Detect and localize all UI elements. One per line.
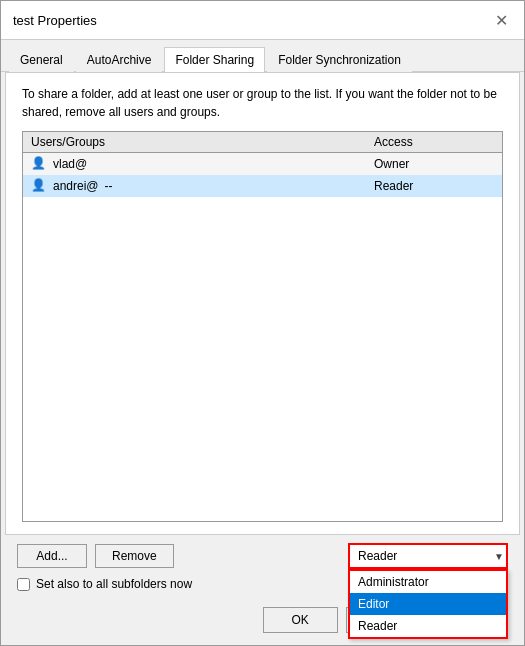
table-header: Users/Groups Access (23, 132, 502, 153)
user-icon: 👤 (31, 178, 47, 194)
main-content: To share a folder, add at least one user… (5, 72, 520, 535)
access-dropdown-wrapper: Reader ▼ Administrator Editor Reader (348, 543, 508, 569)
info-text: To share a folder, add at least one user… (22, 85, 503, 121)
tab-autoarchive[interactable]: AutoArchive (76, 47, 163, 72)
dialog-title: test Properties (13, 13, 97, 28)
add-button[interactable]: Add... (17, 544, 87, 568)
tab-general[interactable]: General (9, 47, 74, 72)
subfolders-checkbox[interactable] (17, 578, 30, 591)
users-table: Users/Groups Access 👤 vlad@ Owner 👤 andr… (22, 131, 503, 522)
title-bar: test Properties ✕ (1, 1, 524, 40)
dialog: test Properties ✕ General AutoArchive Fo… (0, 0, 525, 646)
col-users: Users/Groups (31, 135, 374, 149)
access-dropdown[interactable]: Reader (348, 543, 508, 569)
user-cell: 👤 vlad@ (31, 156, 374, 172)
dropdown-item-editor[interactable]: Editor (350, 593, 506, 615)
tab-strip: General AutoArchive Folder Sharing Folde… (1, 40, 524, 72)
tab-folder-sync[interactable]: Folder Synchronization (267, 47, 412, 72)
table-row[interactable]: 👤 vlad@ Owner (23, 153, 502, 175)
tab-folder-sharing[interactable]: Folder Sharing (164, 47, 265, 72)
dropdown-popup: Administrator Editor Reader (348, 569, 508, 639)
subfolders-label: Set also to all subfolders now (36, 577, 192, 591)
bottom-controls: Add... Remove Reader ▼ Administrator Edi… (1, 535, 524, 599)
access-cell: Reader (374, 179, 494, 193)
action-row: Add... Remove Reader ▼ Administrator Edi… (17, 543, 508, 569)
user-name: andrei@ (53, 179, 99, 193)
table-row[interactable]: 👤 andrei@ -- Reader (23, 175, 502, 197)
close-button[interactable]: ✕ (490, 9, 512, 31)
access-cell: Owner (374, 157, 494, 171)
dropdown-item-administrator[interactable]: Administrator (350, 571, 506, 593)
user-cell: 👤 andrei@ -- (31, 178, 374, 194)
user-icon: 👤 (31, 156, 47, 172)
separator: -- (105, 179, 113, 193)
user-name: vlad@ (53, 157, 87, 171)
dropdown-item-reader[interactable]: Reader (350, 615, 506, 637)
ok-button[interactable]: OK (263, 607, 338, 633)
col-access: Access (374, 135, 494, 149)
remove-button[interactable]: Remove (95, 544, 174, 568)
